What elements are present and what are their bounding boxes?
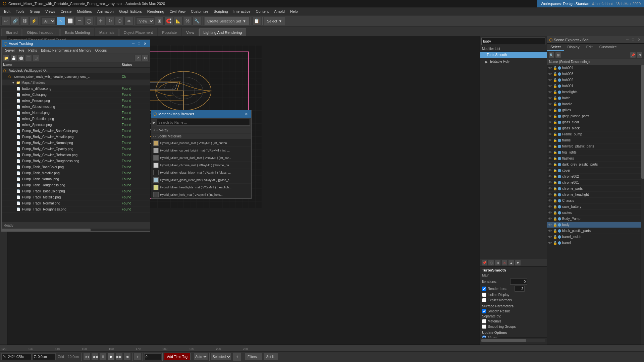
tab-lighting[interactable]: Lighting And Rendering <box>199 28 246 36</box>
at-menu-bitmap[interactable]: Bitmap Performance and Memory <box>39 48 93 53</box>
tab-object-placement[interactable]: Object Placement <box>119 28 157 36</box>
se-vscroll-thumb[interactable] <box>641 65 644 178</box>
at-vault-row[interactable]: ⬡ Autodesk Vault Logged O... <box>2 68 150 74</box>
mb-close[interactable]: ✕ <box>244 112 249 116</box>
explicit-normals-check[interactable] <box>482 298 486 302</box>
eye-icon[interactable]: 👁 <box>548 150 552 154</box>
se-object-item[interactable]: 👁 🔒 Frame_pump <box>547 131 641 137</box>
named-sel-btn[interactable]: 📋 <box>252 17 261 25</box>
menu-interactive[interactable]: Interactive <box>231 7 253 15</box>
lock-icon[interactable]: 🔒 <box>553 169 557 172</box>
se-object-item[interactable]: 👁 🔒 barrel_inside <box>547 234 641 240</box>
eye-icon[interactable]: 👁 <box>548 187 552 190</box>
se-object-item[interactable]: 👁 🔒 case_battery <box>547 204 641 210</box>
at-main-file-row[interactable]: ⬡ Cement_Mixer_Truck_with_Portable_Concr… <box>2 74 150 80</box>
at-help-btn[interactable]: ? <box>135 55 141 61</box>
se-object-item[interactable]: 👁 🔒 hub002 <box>547 77 641 83</box>
percent-snap-btn[interactable]: % <box>183 17 192 25</box>
se-object-item[interactable]: 👁 🔒 barrel <box>547 240 641 246</box>
lock-icon[interactable]: 🔒 <box>553 163 557 166</box>
at-file-item[interactable]: 📄 mixer_Glossiness.png Found <box>2 104 150 110</box>
mod-delete-btn[interactable]: ✕ <box>501 260 507 266</box>
menu-arnold[interactable]: Arnold <box>271 7 287 15</box>
se-controls[interactable]: ─ □ ✕ <box>625 38 642 42</box>
lock-icon[interactable]: 🔒 <box>553 84 557 88</box>
se-minimize[interactable]: ─ <box>625 38 630 42</box>
se-object-item[interactable]: 👁 🔒 forward_plastic_parts <box>547 143 641 149</box>
materials-check[interactable] <box>482 319 486 323</box>
lock-icon[interactable]: 🔒 <box>553 66 557 70</box>
se-object-item[interactable]: 👁 🔒 fog_lights <box>547 149 641 156</box>
se-object-item[interactable]: 👁 🔒 Body_Pump <box>547 216 641 222</box>
mb-material-item[interactable]: Hybrid_Mixer_glass_black_mat ( VRayMtl )… <box>151 169 251 176</box>
mb-material-item[interactable]: Hybrid_Mixer_headlights_mat ( VRayMtl ) … <box>151 184 251 191</box>
se-object-item[interactable]: 👁 🔒 Chassis <box>547 198 641 204</box>
se-object-item[interactable]: 👁 🔒 dark_grey_plastic_parts <box>547 162 641 168</box>
stop-btn[interactable]: ⏸ <box>99 353 107 360</box>
mb-controls[interactable]: ✕ <box>244 112 249 116</box>
at-file-item[interactable]: 📄 mixer_Normal.png Found <box>2 110 150 116</box>
z-coord-field[interactable] <box>32 353 56 360</box>
create-selection-btn[interactable]: Create Selection Set ▼ <box>204 17 249 25</box>
eye-icon[interactable]: 👁 <box>548 199 552 202</box>
menu-customize[interactable]: Customize <box>188 7 211 15</box>
bind-btn[interactable]: ⚡ <box>30 17 38 25</box>
at-maps-group[interactable]: ▼ 📁 Maps / Shaders <box>2 80 150 86</box>
at-file-item[interactable]: 📄 Pump_Body_Crawler_Roughness.png Found <box>2 158 150 164</box>
menu-animation[interactable]: Animation <box>95 7 116 15</box>
lock-icon[interactable]: 🔒 <box>553 132 557 136</box>
se-tab-edit[interactable]: Edit <box>583 44 596 51</box>
se-tab-customize[interactable]: Customize <box>596 44 620 51</box>
angle-snap-btn[interactable]: 📐 <box>174 17 182 25</box>
eye-icon[interactable]: 👁 <box>548 138 552 142</box>
at-file-item[interactable]: 📄 Pump_Track_Normal.png Found <box>2 200 150 206</box>
menu-graph-editors[interactable]: Graph Editors <box>116 7 145 15</box>
lock-icon[interactable]: 🔒 <box>553 241 557 245</box>
eye-icon[interactable]: 👁 <box>548 217 552 221</box>
menu-help[interactable]: Help <box>287 7 301 15</box>
mb-search-input[interactable] <box>157 119 250 126</box>
lock-icon[interactable]: 🔒 <box>553 193 557 196</box>
eye-icon[interactable]: 👁 <box>548 102 552 106</box>
frame-mode-select[interactable]: Auto <box>194 353 208 360</box>
at-menu-server[interactable]: Server <box>3 48 17 53</box>
eye-icon[interactable]: 👁 <box>548 66 552 70</box>
tab-object-inspection[interactable]: Object Inspection <box>22 28 60 36</box>
timeline-ruler[interactable]: 120 130 140 150 160 170 180 190 200 220 <box>0 345 644 352</box>
at-tb-btn1[interactable]: 📁 <box>3 55 10 61</box>
eye-icon[interactable]: 👁 <box>548 90 552 94</box>
se-object-item[interactable]: 👁 🔒 black_plastic_parts <box>547 228 641 234</box>
se-search-btn[interactable]: 🔍 <box>548 52 554 58</box>
eye-icon[interactable]: 👁 <box>548 84 552 88</box>
tab-view[interactable]: View <box>182 28 199 36</box>
lock-icon[interactable]: 🔒 <box>553 217 557 221</box>
lock-icon[interactable]: 🔒 <box>553 187 557 190</box>
mb-material-item[interactable]: Hybrid_Mixer_hole_mat ( VRayMtl ) [int_h… <box>151 191 251 198</box>
se-object-item[interactable]: 👁 🔒 frame <box>547 137 641 143</box>
at-file-item[interactable]: 📄 Pump_Body_Crawler_BaseColor.png Found <box>2 128 150 134</box>
se-object-item[interactable]: 👁 🔒 chrome002 <box>547 174 641 180</box>
se-object-item[interactable]: 👁 🔒 hub003 <box>547 71 641 77</box>
menu-civil-view[interactable]: Civil View <box>167 7 188 15</box>
se-tab-select[interactable]: Select <box>547 44 564 51</box>
select-main-btn[interactable]: Select ▼ <box>264 17 285 25</box>
at-window-controls[interactable]: ─ □ ✕ <box>131 42 148 46</box>
at-tb-btn3[interactable]: ⬤ <box>18 55 24 61</box>
eye-icon[interactable]: 👁 <box>548 223 552 227</box>
play-btn[interactable]: ▶ <box>107 353 115 360</box>
isoline-check[interactable] <box>482 293 486 297</box>
se-pin-btn[interactable]: 📌 <box>630 52 636 58</box>
se-object-item[interactable]: 👁 🔒 chrome_parts <box>547 186 641 192</box>
at-file-item[interactable]: 📄 Pump_Body_Crawler_Opacity.png Found <box>2 146 150 152</box>
at-file-item[interactable]: 📄 buttons_diffuse.png Found <box>2 86 150 92</box>
se-object-item[interactable]: 👁 🔒 chrome001 <box>547 180 641 186</box>
render-iters-input[interactable] <box>515 286 525 292</box>
next-frame-btn[interactable]: ▶▶ <box>115 353 123 360</box>
mod-up-btn[interactable]: ▲ <box>508 260 514 266</box>
smooth-result-check[interactable] <box>482 309 486 313</box>
at-file-item[interactable]: 📄 Pump_Tank_Normal.png Found <box>2 176 150 182</box>
filters-btn[interactable]: Filters... <box>245 353 263 360</box>
se-object-item[interactable]: 👁 🔒 hub004 <box>547 65 641 71</box>
se-object-item[interactable]: 👁 🔒 cover <box>547 168 641 174</box>
menu-modifiers[interactable]: Modifiers <box>74 7 95 15</box>
